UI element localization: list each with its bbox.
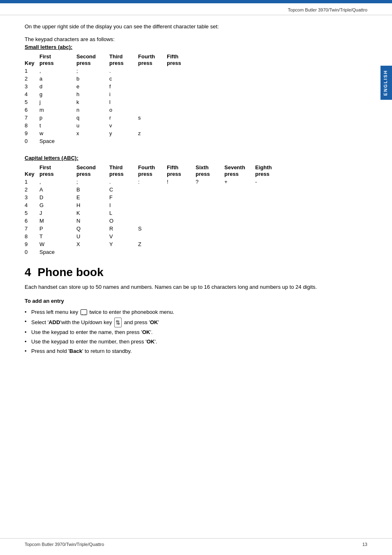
table-row: 8tuv (25, 122, 196, 129)
header-area: Topcom Butler 3970/Twin/Triple/Quattro (0, 3, 392, 15)
cell-fifth (167, 209, 196, 217)
cell-key: 3 (25, 83, 39, 90)
cell-key: 4 (25, 201, 39, 209)
cell-fifth (167, 67, 196, 75)
table-row: 2abc (25, 75, 196, 83)
cell-third: v (109, 122, 138, 129)
cell-fourth (138, 90, 167, 98)
capital-letters-section: Capital letters (ABC): Key Firstpress Se… (25, 155, 367, 256)
section-number: 4 (25, 266, 31, 279)
cell-second: b (76, 75, 109, 83)
cell-sixth (196, 201, 224, 209)
cell-eighth (255, 193, 276, 201)
footer-page: 13 (362, 542, 367, 547)
cell-fifth (167, 233, 196, 240)
cell-fifth (167, 248, 196, 256)
cell-fifth (167, 225, 196, 233)
cell-fourth: Z (138, 240, 167, 248)
cell-fourth (138, 201, 167, 209)
cell-fourth (138, 75, 167, 83)
cell-key: 7 (25, 114, 39, 122)
page-wrapper: Topcom Butler 3970/Twin/Triple/Quattro E… (0, 0, 392, 555)
updown-icon: ⇅ (114, 318, 122, 327)
phonebook-description: Each handset can store up to 50 names an… (25, 283, 367, 291)
cell-key: 6 (25, 106, 39, 114)
cell-seventh (224, 240, 255, 248)
header-title: Topcom Butler 3970/Twin/Triple/Quattro (288, 7, 367, 12)
cell-key: 8 (25, 122, 39, 129)
keypad-intro: The keypad characters are as follows: (25, 36, 367, 42)
table-row: 1,;. (25, 67, 196, 75)
cell-second: U (76, 233, 109, 240)
cell-first: J (39, 209, 76, 217)
footer-title: Topcom Butler 3970/Twin/Triple/Quattro (25, 542, 104, 547)
cell-seventh (224, 225, 255, 233)
capital-letters-heading: Capital letters (ABC): (25, 155, 367, 161)
table-row: 6mno (25, 106, 196, 114)
table-row: 9WXYZ (25, 240, 276, 248)
cell-first: t (39, 122, 76, 129)
cell-seventh (224, 248, 255, 256)
cell-fifth (167, 98, 196, 106)
cell-fourth (138, 217, 167, 225)
cell-fifth (167, 114, 196, 122)
table-row: 8TUV (25, 233, 276, 240)
table-row: 2ABC (25, 186, 276, 193)
cell-key: 0 (25, 137, 39, 145)
cell-first: M (39, 217, 76, 225)
section-title-text: Phone book (38, 266, 104, 279)
cell-fifth (167, 186, 196, 193)
cell-second: ; (76, 67, 109, 75)
cell-first: m (39, 106, 76, 114)
cell-second: u (76, 122, 109, 129)
cell-third: Y (109, 240, 138, 248)
table-row: 1,;.:!?+- (25, 178, 276, 186)
cell-second: B (76, 186, 109, 193)
main-content: On the upper right side of the display y… (0, 15, 392, 368)
cell-first: G (39, 201, 76, 209)
cell-third: L (109, 209, 138, 217)
cell-first: , (39, 178, 76, 186)
cell-first: T (39, 233, 76, 240)
cell-second: K (76, 209, 109, 217)
cell-first: W (39, 240, 76, 248)
cell-fourth (138, 193, 167, 201)
table-row: 0Space (25, 137, 196, 145)
cell-fourth (138, 106, 167, 114)
cell-sixth (196, 225, 224, 233)
cell-fifth: ! (167, 178, 196, 186)
add-entry-heading: To add an entry (25, 298, 367, 304)
cell-second: h (76, 90, 109, 98)
table-row: 0Space (25, 248, 276, 256)
cell-key: 9 (25, 129, 39, 137)
cell-key: 1 (25, 178, 39, 186)
table-row: 7pqrs (25, 114, 196, 122)
cell-fifth (167, 201, 196, 209)
cell-seventh (224, 233, 255, 240)
col-header-fifth-cap: Fifthpress (167, 164, 196, 178)
bullet-list: Press left menu key ‿ twice to enter the… (25, 308, 367, 356)
cell-seventh (224, 186, 255, 193)
cell-first: , (39, 67, 76, 75)
cell-fourth: : (138, 178, 167, 186)
table-row: 6MNO (25, 217, 276, 225)
cell-fourth (138, 186, 167, 193)
cell-fourth (138, 248, 167, 256)
cell-fifth (167, 129, 196, 137)
cell-third (109, 137, 138, 145)
cell-fifth (167, 90, 196, 98)
cell-sixth (196, 240, 224, 248)
cell-first: D (39, 193, 76, 201)
cell-sixth (196, 193, 224, 201)
cell-third: F (109, 193, 138, 201)
cell-second: q (76, 114, 109, 122)
cell-second: ; (76, 178, 109, 186)
cell-third: l (109, 98, 138, 106)
cell-fifth (167, 83, 196, 90)
cell-eighth (255, 248, 276, 256)
cell-second: x (76, 129, 109, 137)
col-header-first-small: Firstpress (39, 53, 76, 67)
cell-fifth (167, 193, 196, 201)
cell-third: O (109, 217, 138, 225)
table-row: 9wxyz (25, 129, 196, 137)
